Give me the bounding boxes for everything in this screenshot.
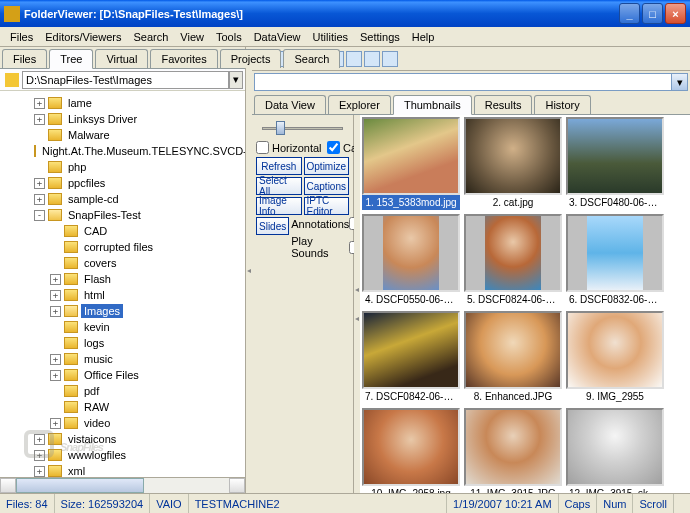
thumbnail-image[interactable] xyxy=(464,214,562,292)
tree-label[interactable]: Malware xyxy=(65,128,113,142)
tree-node[interactable]: pdf xyxy=(2,383,243,399)
tree-node[interactable]: +music xyxy=(2,351,243,367)
tree-label[interactable]: kevin xyxy=(81,320,113,334)
tree-label[interactable]: php xyxy=(65,160,89,174)
tree-node[interactable]: kevin xyxy=(2,319,243,335)
tree-expander[interactable]: + xyxy=(50,354,61,365)
left-tab-tree[interactable]: Tree xyxy=(49,49,93,69)
tree-node[interactable]: +html xyxy=(2,287,243,303)
tree-node[interactable]: +wwwlogfiles xyxy=(2,447,243,463)
tree-node[interactable]: covers xyxy=(2,255,243,271)
tree-label[interactable]: Linksys Driver xyxy=(65,112,140,126)
thumbnail-image[interactable] xyxy=(362,117,460,195)
thumbnail[interactable]: 8. Enhanced.JPG xyxy=(464,311,562,404)
tree-expander[interactable]: - xyxy=(34,210,45,221)
tree-node[interactable]: +Office Files xyxy=(2,367,243,383)
thumbnail[interactable]: 11. IMG_3915.JPG xyxy=(464,408,562,493)
image-info-button[interactable]: Image Info xyxy=(256,197,302,215)
toolbar-button[interactable] xyxy=(382,51,398,67)
tree-node[interactable]: +Images xyxy=(2,303,243,319)
tree-label[interactable]: ppcfiles xyxy=(65,176,108,190)
left-tab-search[interactable]: Search xyxy=(283,49,340,68)
tree-label[interactable]: corrupted files xyxy=(81,240,156,254)
right-tab-thumbnails[interactable]: Thumbnails xyxy=(393,95,472,115)
tree-expander[interactable]: + xyxy=(50,306,61,317)
tree-label[interactable]: music xyxy=(81,352,116,366)
optimize-button[interactable]: Optimize xyxy=(304,157,350,175)
tree-expander[interactable]: + xyxy=(34,450,45,461)
tree-node[interactable]: +lame xyxy=(2,95,243,111)
tree-label[interactable]: lame xyxy=(65,96,95,110)
tree-label[interactable]: Flash xyxy=(81,272,114,286)
tree-expander[interactable]: + xyxy=(34,114,45,125)
tree-node[interactable]: +video xyxy=(2,415,243,431)
tree-expander[interactable]: + xyxy=(50,290,61,301)
tree-label[interactable]: pdf xyxy=(81,384,102,398)
menu-search[interactable]: Search xyxy=(127,29,174,45)
tree-label[interactable]: Images xyxy=(81,304,123,318)
iptc-editor-button[interactable]: IPTC Editor xyxy=(304,197,350,215)
tree-node[interactable]: CAD xyxy=(2,223,243,239)
tree-expander[interactable]: + xyxy=(50,370,61,381)
tree-expander[interactable]: + xyxy=(34,178,45,189)
thumbnail-image[interactable] xyxy=(566,311,664,389)
left-tab-favorites[interactable]: Favorites xyxy=(150,49,217,68)
tree-node[interactable]: -SnapFiles-Test xyxy=(2,207,243,223)
thumbnail-image[interactable] xyxy=(464,408,562,486)
tree-node[interactable]: Malware xyxy=(2,127,243,143)
chevron-down-icon[interactable]: ▾ xyxy=(671,74,687,90)
tree-label[interactable]: logs xyxy=(81,336,107,350)
thumbnail-image[interactable] xyxy=(362,214,460,292)
tree-label[interactable]: sample-cd xyxy=(65,192,122,206)
tree-label[interactable]: covers xyxy=(81,256,119,270)
thumbnail-image[interactable] xyxy=(566,408,664,486)
right-tab-history[interactable]: History xyxy=(534,95,590,114)
left-tab-projects[interactable]: Projects xyxy=(220,49,282,68)
tree-expander[interactable]: + xyxy=(34,466,45,477)
tree-node[interactable]: RAW xyxy=(2,399,243,415)
thumbnail[interactable]: 2. cat.jpg xyxy=(464,117,562,210)
tree-label[interactable]: vistaicons xyxy=(65,432,119,446)
tree-expander[interactable]: + xyxy=(34,194,45,205)
thumbnail-image[interactable] xyxy=(362,408,460,486)
thumbnail[interactable]: 12. IMG_3915_sketch.JPG xyxy=(566,408,664,493)
tree-label[interactable]: video xyxy=(81,416,113,430)
tree-node[interactable]: +ppcfiles xyxy=(2,175,243,191)
left-tab-virtual[interactable]: Virtual xyxy=(95,49,148,68)
tree-label[interactable]: RAW xyxy=(81,400,112,414)
close-button[interactable]: × xyxy=(665,3,686,24)
toolbar-button[interactable] xyxy=(346,51,362,67)
tree-node[interactable]: +vistaicons xyxy=(2,431,243,447)
thumbnail-image[interactable] xyxy=(362,311,460,389)
minimize-button[interactable]: _ xyxy=(619,3,640,24)
tree-label[interactable]: html xyxy=(81,288,108,302)
thumbnail[interactable]: 4. DSCF0550-06-1001.JPG xyxy=(362,214,460,307)
menu-dataview[interactable]: DataView xyxy=(248,29,307,45)
thumbnail-image[interactable] xyxy=(464,117,562,195)
tree-label[interactable]: Night.At.The.Museum.TELESYNC.SVCD-C xyxy=(39,144,245,158)
maximize-button[interactable]: □ xyxy=(642,3,663,24)
right-tab-results[interactable]: Results xyxy=(474,95,533,114)
select-all-button[interactable]: Select All xyxy=(256,177,302,195)
tree-label[interactable]: CAD xyxy=(81,224,110,238)
tree-label[interactable]: wwwlogfiles xyxy=(65,448,129,462)
toolbar-button[interactable] xyxy=(364,51,380,67)
menu-editorsviewers[interactable]: Editors/Viewers xyxy=(39,29,127,45)
tree-label[interactable]: xml xyxy=(65,464,88,477)
tree-node[interactable]: php xyxy=(2,159,243,175)
thumbnail[interactable]: 7. DSCF0842-06-1227.JPG xyxy=(362,311,460,404)
menu-utilities[interactable]: Utilities xyxy=(307,29,354,45)
tree-node[interactable]: +sample-cd xyxy=(2,191,243,207)
menu-settings[interactable]: Settings xyxy=(354,29,406,45)
tree-node[interactable]: +xml xyxy=(2,463,243,477)
tree-expander[interactable]: + xyxy=(50,274,61,285)
captions-checkbox[interactable] xyxy=(327,141,340,154)
tree-node[interactable]: logs xyxy=(2,335,243,351)
menu-help[interactable]: Help xyxy=(406,29,441,45)
thumbnail-image[interactable] xyxy=(566,117,664,195)
tree-node[interactable]: +Flash xyxy=(2,271,243,287)
tree-expander[interactable]: + xyxy=(34,98,45,109)
thumbnail[interactable]: 6. DSCF0832-06-1227.JPG xyxy=(566,214,664,307)
tree-expander[interactable]: + xyxy=(50,418,61,429)
thumbnail[interactable]: 3. DSCF0480-06-0903.JPG xyxy=(566,117,664,210)
